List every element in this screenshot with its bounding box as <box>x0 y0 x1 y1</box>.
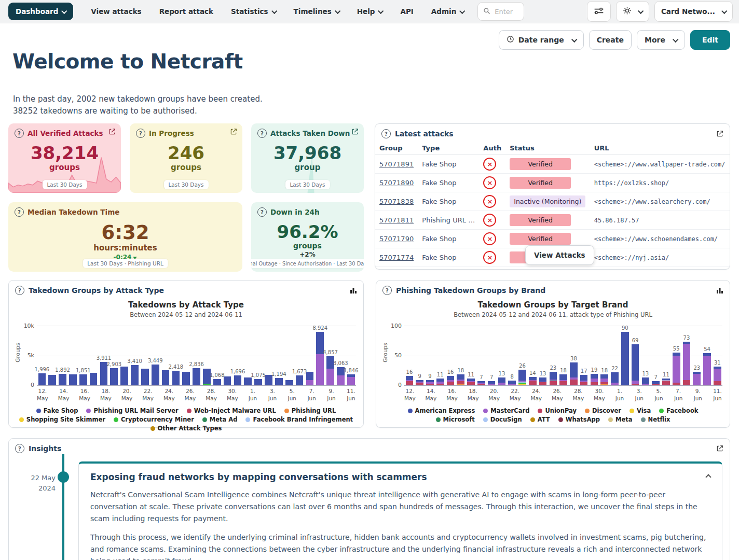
bar-31-may[interactable]: 1,696 <box>232 326 243 385</box>
bar-11-jun[interactable]: 1,846 <box>346 326 356 385</box>
legend-item-visa[interactable]: Visa <box>629 407 651 414</box>
legend-item-meta-ad[interactable]: Meta Ad <box>202 416 238 423</box>
help-icon[interactable]: ? <box>15 286 24 295</box>
bar-11-jun[interactable]: 31 <box>712 326 722 385</box>
legend-item-unionpay[interactable]: UnionPay <box>538 407 577 414</box>
settings-button[interactable] <box>616 1 649 22</box>
legend-item-phishing-url[interactable]: Phishing URL <box>284 407 336 414</box>
auth-denied-icon[interactable]: × <box>483 214 496 227</box>
auth-denied-icon[interactable]: × <box>483 195 496 208</box>
bar-29-may[interactable]: 17 <box>579 326 589 385</box>
bar-12-may[interactable]: 1,996 <box>37 326 47 385</box>
legend-item-microsoft[interactable]: Microsoft <box>436 416 475 423</box>
nav-item-api[interactable]: API <box>400 7 413 16</box>
auth-denied-icon[interactable]: × <box>483 176 496 189</box>
bar-31-may[interactable]: 18 <box>599 326 610 385</box>
bar-chart-icon[interactable] <box>350 287 357 294</box>
legend-item-meta[interactable]: Meta <box>608 416 633 423</box>
view-attacks-button[interactable]: View Attacks <box>525 245 594 265</box>
edit-button[interactable]: Edit <box>690 30 730 50</box>
bar-7-jun[interactable] <box>305 326 315 385</box>
legend-item-phishing-url-mail-server[interactable]: Phishing URL Mail Server <box>86 407 178 414</box>
bar-18-may[interactable]: 11 <box>466 326 476 385</box>
bar-2-jun[interactable]: 1,075 <box>253 326 264 385</box>
search-box[interactable] <box>477 2 524 21</box>
help-icon[interactable]: ? <box>257 207 267 217</box>
group-link[interactable]: 57071790 <box>379 235 414 243</box>
bar-29-may[interactable]: 1,068 <box>212 326 222 385</box>
bar-23-may[interactable]: 26 <box>517 326 528 385</box>
legend-item-other-attack-types[interactable]: Other Attack Types <box>150 425 222 432</box>
create-button[interactable]: Create <box>589 30 632 50</box>
bar-19-may[interactable]: 7 <box>476 326 486 385</box>
bar-15-may[interactable] <box>68 326 78 385</box>
bar-23-may[interactable]: 3,449 <box>150 326 160 385</box>
bar-18-may[interactable]: 3,911 <box>99 326 109 385</box>
group-link[interactable]: 57071891 <box>379 160 414 168</box>
bar-7-jun[interactable]: 55 <box>671 326 681 385</box>
bar-26-may[interactable] <box>181 326 191 385</box>
nav-item-report-attack[interactable]: Report attack <box>159 7 213 16</box>
bar-27-may[interactable]: 2,836 <box>191 326 202 385</box>
bar-22-may[interactable] <box>140 326 150 385</box>
legend-item-mastercard[interactable]: MasterCard <box>483 407 529 414</box>
nav-item-admin[interactable]: Admin <box>431 7 464 16</box>
external-link-icon[interactable] <box>108 128 116 135</box>
bar-10-jun[interactable]: 54 <box>702 326 713 385</box>
bar-1-jun[interactable]: 22 <box>610 326 620 385</box>
bar-28-may[interactable]: 38 <box>569 326 579 385</box>
help-icon[interactable]: ? <box>15 129 24 138</box>
bar-6-jun[interactable]: 11 <box>661 326 672 385</box>
collapse-chevron-icon[interactable] <box>705 474 711 480</box>
external-link-icon[interactable] <box>716 445 723 452</box>
bar-16-may[interactable]: 16 <box>445 326 456 385</box>
legend-item-fake-shop[interactable]: Fake Shop <box>36 407 78 414</box>
bar-14-may[interactable]: 9 <box>425 326 435 385</box>
bar-21-may[interactable]: 3,410 <box>130 326 140 385</box>
bar-13-may[interactable] <box>47 326 58 385</box>
bar-20-may[interactable]: 7 <box>486 326 497 385</box>
bar-20-may[interactable] <box>119 326 130 385</box>
bar-25-may[interactable]: 2,418 <box>171 326 181 385</box>
help-icon[interactable]: ? <box>15 444 24 453</box>
group-link[interactable]: 57071811 <box>379 216 414 224</box>
bar-22-may[interactable]: 8 <box>507 326 517 385</box>
search-input[interactable] <box>494 7 518 16</box>
legend-item-docusign[interactable]: DocuSign <box>483 416 522 423</box>
nav-item-timelines[interactable]: Timelines <box>294 7 339 16</box>
bar-5-jun[interactable]: 7 <box>651 326 661 385</box>
legend-item-american-express[interactable]: American Express <box>408 407 475 414</box>
legend-item-cryptocurrency-miner[interactable]: Cryptocurrency Miner <box>114 416 194 423</box>
auth-denied-icon[interactable]: × <box>483 232 496 245</box>
group-link[interactable]: 57071890 <box>379 179 414 187</box>
help-icon[interactable]: ? <box>381 129 391 138</box>
legend-item-discover[interactable]: Discover <box>585 407 621 414</box>
bar-2-jun[interactable]: 90 <box>620 326 630 385</box>
legend-item-att[interactable]: ATT <box>530 416 550 423</box>
help-icon[interactable]: ? <box>382 286 392 295</box>
bar-10-jun[interactable]: 3,063 <box>335 326 346 385</box>
more-button[interactable]: More <box>637 30 685 50</box>
bar-24-may[interactable]: 14 <box>527 326 538 385</box>
bar-30-may[interactable]: 19 <box>589 326 599 385</box>
auth-denied-icon[interactable]: × <box>483 158 496 171</box>
bar-21-may[interactable]: 13 <box>497 326 507 385</box>
legend-item-facebook[interactable]: Facebook <box>659 407 698 414</box>
bar-4-jun[interactable]: 13 <box>640 326 651 385</box>
bar-4-jun[interactable]: 1,194 <box>273 326 284 385</box>
help-icon[interactable]: ? <box>257 129 267 138</box>
bar-13-may[interactable]: 9 <box>415 326 425 385</box>
nav-item-view-attacks[interactable]: View attacks <box>91 7 141 16</box>
nav-item-dashboard[interactable]: Dashboard <box>8 3 73 20</box>
external-link-icon[interactable] <box>230 128 237 135</box>
bar-27-may[interactable]: 18 <box>558 326 569 385</box>
legend-item-facebook-brand-infringement[interactable]: Facebook Brand Infringement <box>245 416 353 423</box>
legend-item-web-inject-malware-url[interactable]: Web-Inject Malware URL <box>187 407 276 414</box>
group-link[interactable]: 57071774 <box>379 254 414 261</box>
legend-item-netflix[interactable]: Netflix <box>641 416 670 423</box>
bar-3-jun[interactable]: 69 <box>630 326 640 385</box>
nav-item-help[interactable]: Help <box>357 7 383 16</box>
auth-denied-icon[interactable]: × <box>483 251 496 264</box>
bar-12-may[interactable]: 16 <box>404 326 415 385</box>
bar-6-jun[interactable]: 1,673 <box>294 326 305 385</box>
